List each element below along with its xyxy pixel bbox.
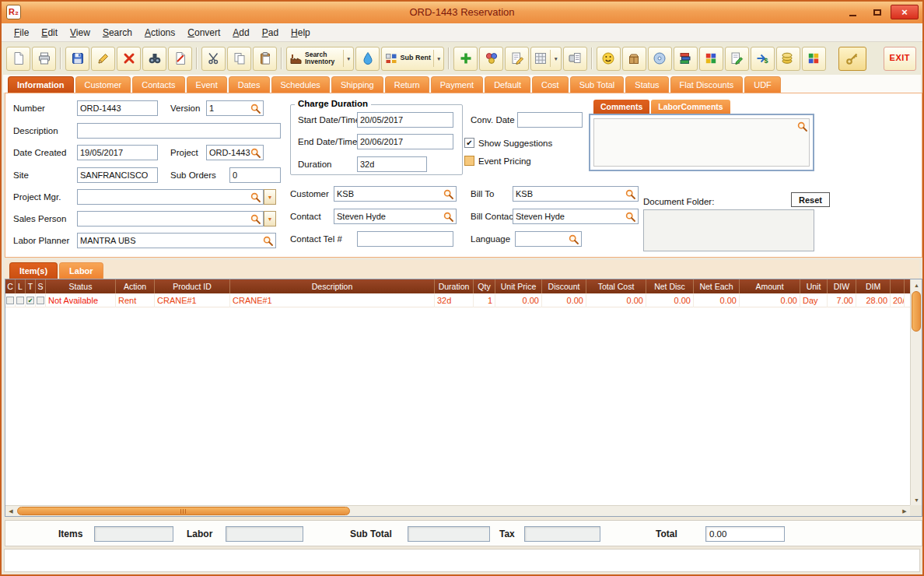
contact-tel-field[interactable] [357, 231, 453, 247]
row-cell-amount[interactable]: 0.00 [740, 293, 800, 307]
sales-person-lookup-icon[interactable] [250, 214, 261, 224]
contact-field[interactable]: Steven Hyde [334, 209, 457, 224]
date-created-field[interactable]: 19/05/2017 [77, 145, 158, 160]
tab-cost[interactable]: Cost [532, 76, 569, 93]
column-header-description[interactable]: Description [230, 279, 435, 293]
project-lookup-icon[interactable] [250, 148, 261, 158]
column-header-l[interactable]: L [16, 279, 26, 293]
smiley-button[interactable] [597, 47, 621, 71]
event-pricing-checkbox[interactable] [464, 156, 474, 166]
edit-note-button[interactable] [505, 47, 529, 71]
labor-planner-field[interactable]: MANTRA UBS [77, 233, 276, 248]
menu-item-convert[interactable]: Convert [181, 25, 226, 40]
row-cell-unit[interactable]: Day [800, 293, 828, 307]
bill-to-lookup-icon[interactable] [625, 189, 635, 199]
column-header-t[interactable]: T [26, 279, 36, 293]
horizontal-scrollbar[interactable]: ◀ ▶ [5, 505, 910, 516]
tab-udf[interactable]: UDF [744, 76, 781, 93]
grid-options-button[interactable]: ▼ [530, 47, 561, 71]
column-header-duration[interactable]: Duration [435, 279, 474, 293]
column-header-amount[interactable]: Amount [740, 279, 800, 293]
duration-field[interactable]: 32d [357, 156, 427, 172]
column-header-total-cost[interactable]: Total Cost [586, 279, 646, 293]
sales-person-dropdown[interactable]: ▼ [264, 211, 276, 227]
disc-button[interactable] [648, 47, 672, 71]
site-field[interactable]: SANFRANCISCO [77, 167, 158, 183]
start-date-field[interactable]: 20/05/2017 [357, 112, 453, 128]
card-stack-button[interactable] [674, 47, 698, 71]
add-item-button[interactable] [453, 47, 478, 71]
row-cell-dim[interactable]: 28.00 [856, 293, 891, 307]
column-header-c[interactable]: C [5, 279, 16, 293]
delete-button[interactable] [117, 47, 141, 71]
sub-orders-field[interactable]: 0 [229, 167, 281, 183]
labor-planner-lookup-icon[interactable] [263, 236, 273, 246]
row-cell-action[interactable]: Rent [116, 293, 155, 307]
column-header-net-each[interactable]: Net Each [694, 279, 740, 293]
row-checkbox-s[interactable] [36, 293, 46, 307]
menu-item-file[interactable]: File [8, 25, 35, 40]
row-checkbox-l[interactable] [16, 293, 26, 307]
row-cell-status[interactable]: Not Available [46, 293, 116, 307]
cut-button[interactable] [201, 47, 226, 71]
tab-comments[interactable]: Comments [593, 100, 649, 114]
menu-item-search[interactable]: Search [96, 25, 138, 40]
maximize-button[interactable] [866, 5, 887, 19]
tab-contacts[interactable]: Contacts [132, 76, 184, 93]
menu-item-actions[interactable]: Actions [138, 25, 181, 40]
customer-lookup-icon[interactable] [443, 189, 453, 199]
document-folder-area[interactable] [643, 209, 814, 251]
reset-button[interactable]: Reset [791, 192, 830, 207]
sub-rent-dropdown-arrow[interactable]: ▼ [433, 50, 441, 67]
print-button[interactable] [32, 47, 56, 71]
column-header-product-id[interactable]: Product ID [155, 279, 230, 293]
number-field[interactable]: ORD-1443 [77, 100, 158, 116]
tab-customer[interactable]: Customer [75, 76, 131, 93]
language-field[interactable] [515, 231, 582, 247]
tab-sub-total[interactable]: Sub Total [570, 76, 625, 93]
new-document-button[interactable] [6, 47, 30, 71]
color-cubes-2-button[interactable] [802, 47, 826, 71]
tab-status[interactable]: Status [625, 76, 668, 93]
close-button[interactable]: × [891, 5, 919, 19]
column-header-unit[interactable]: Unit [800, 279, 828, 293]
row-cell-extra[interactable]: 20/0 [891, 293, 905, 307]
row-cell-product-id[interactable]: CRANE#1 [155, 293, 230, 307]
row-cell-description[interactable]: CRANE#1 [230, 293, 435, 307]
exit-button[interactable]: EXIT [884, 47, 916, 71]
vertical-scroll-thumb[interactable] [912, 291, 921, 332]
grid-options-dropdown-arrow[interactable]: ▼ [550, 50, 558, 67]
column-header-diw[interactable]: DIW [828, 279, 856, 293]
edit-note-green-button[interactable] [725, 47, 749, 71]
show-suggestions-checkbox[interactable]: ✔ [464, 138, 474, 148]
column-header-extra[interactable] [891, 279, 905, 293]
tab-flat-discounts[interactable]: Flat Discounts [670, 76, 744, 93]
scroll-down-arrow[interactable]: ▼ [911, 494, 922, 505]
group-spheres-button[interactable] [479, 47, 503, 71]
conv-date-field[interactable] [517, 112, 583, 128]
vertical-scrollbar[interactable]: ▲ ▼ [910, 279, 922, 505]
project-mgr-lookup-icon[interactable] [250, 192, 261, 202]
sub-rent-button[interactable]: Sub Rent▼ [381, 47, 444, 71]
column-header-status[interactable]: Status [46, 279, 116, 293]
title-bar[interactable]: R₂ ORD-1443 Reservation × [2, 2, 922, 23]
tab-schedules[interactable]: Schedules [271, 76, 330, 93]
tab-shipping[interactable]: Shipping [331, 76, 383, 93]
description-field[interactable] [77, 123, 281, 139]
minimize-button[interactable] [842, 5, 863, 19]
scroll-up-arrow[interactable]: ▲ [911, 279, 922, 290]
binoculars-button[interactable] [142, 47, 166, 71]
tab-labor[interactable]: Labor [59, 262, 103, 279]
row-cell-total-cost[interactable]: 0.00 [586, 293, 646, 307]
money-coins-button[interactable] [776, 47, 800, 71]
tax-field[interactable] [524, 526, 600, 542]
tab-information[interactable]: Information [8, 76, 74, 93]
column-header-unit-price[interactable]: Unit Price [495, 279, 542, 293]
horizontal-scroll-thumb[interactable] [17, 507, 350, 515]
scroll-left-arrow[interactable]: ◀ [5, 506, 16, 517]
paint-drop-button[interactable] [355, 47, 380, 71]
items-total-field[interactable] [94, 526, 173, 542]
copy-button[interactable] [227, 47, 251, 71]
row-cell-duration[interactable]: 32d [435, 293, 474, 307]
save-button[interactable] [65, 47, 89, 71]
